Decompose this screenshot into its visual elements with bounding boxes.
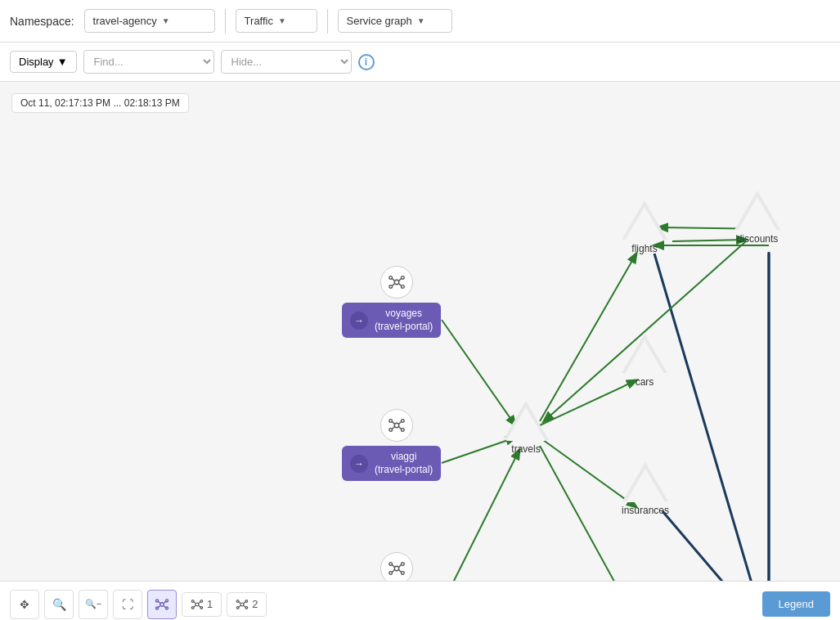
- svg-point-43: [160, 602, 164, 606]
- hub-icon-viaggi[interactable]: [380, 409, 413, 442]
- svg-point-27: [402, 420, 405, 423]
- second-bar: Display ▼ Find... Hide... i: [0, 43, 840, 82]
- find-select[interactable]: Find...: [83, 50, 214, 74]
- svg-point-53: [191, 600, 194, 602]
- separator-1: [225, 9, 226, 34]
- graph-area: Oct 11, 02:17:13 PM ... 02:18:13 PM: [0, 82, 840, 581]
- hub-icon-voyages[interactable]: [380, 266, 413, 299]
- service-graph-dropdown[interactable]: Service graph ▼: [338, 9, 452, 33]
- graph-layout-btn[interactable]: [147, 590, 177, 619]
- portal-node-viaggi[interactable]: → viaggi(travel-portal): [342, 446, 441, 481]
- svg-line-10: [654, 254, 761, 581]
- svg-point-45: [166, 600, 168, 602]
- move-tool-btn[interactable]: ✥: [10, 590, 39, 619]
- separator-2: [327, 9, 328, 34]
- svg-point-54: [200, 600, 203, 602]
- svg-line-31: [399, 421, 402, 424]
- viaggi-label: viaggi(travel-portal): [375, 451, 433, 476]
- svg-point-16: [394, 280, 399, 285]
- flights-triangle: [622, 200, 667, 240]
- svg-line-41: [393, 570, 395, 573]
- svg-line-42: [399, 570, 402, 573]
- service-graph-arrow-icon: ▼: [417, 16, 425, 25]
- triangle-node-cars[interactable]: cars: [622, 334, 667, 388]
- hide-select[interactable]: Hide...: [221, 50, 352, 74]
- bottom-toolbar: ✥ 🔍 🔍− ⛶: [0, 581, 840, 620]
- svg-line-51: [164, 605, 165, 607]
- triangle-node-travels[interactable]: travels: [503, 401, 549, 455]
- svg-point-26: [389, 420, 393, 423]
- discounts-triangle: [734, 191, 780, 230]
- cars-triangle: [622, 334, 667, 373]
- svg-point-46: [156, 607, 159, 609]
- svg-point-65: [245, 606, 248, 609]
- info-icon[interactable]: i: [358, 54, 375, 70]
- namespace-label: Namespace:: [10, 15, 74, 28]
- svg-point-28: [389, 429, 393, 432]
- svg-point-44: [156, 600, 159, 602]
- node1-btn[interactable]: 1: [182, 592, 222, 617]
- travels-triangle: [503, 401, 549, 440]
- svg-line-14: [544, 241, 746, 421]
- svg-line-11: [663, 511, 757, 581]
- traffic-label: Traffic: [245, 15, 273, 27]
- fit-view-btn[interactable]: ⛶: [113, 590, 142, 619]
- svg-line-40: [399, 564, 402, 567]
- svg-line-48: [159, 601, 160, 603]
- triangle-node-insurances[interactable]: insurances: [622, 462, 669, 516]
- svg-line-68: [239, 605, 240, 607]
- namespace-value: travel-agency: [93, 15, 157, 27]
- node2-btn[interactable]: 2: [227, 592, 267, 617]
- svg-line-21: [393, 278, 395, 281]
- top-bar: Namespace: travel-agency ▼ Traffic ▼ Ser…: [0, 0, 840, 43]
- graph-layout-icon: [155, 597, 169, 612]
- timestamp-badge: Oct 11, 02:17:13 PM ... 02:18:13 PM: [11, 93, 189, 113]
- legend-btn[interactable]: Legend: [762, 591, 830, 617]
- zoom-out-icon: 🔍−: [85, 599, 101, 609]
- triangle-node-discounts[interactable]: discounts: [734, 191, 780, 245]
- svg-line-22: [399, 278, 402, 281]
- svg-line-50: [159, 605, 160, 607]
- triangle-node-flights[interactable]: flights: [622, 200, 667, 254]
- svg-point-38: [402, 572, 405, 575]
- traffic-dropdown[interactable]: Traffic ▼: [236, 9, 317, 33]
- svg-point-61: [240, 603, 244, 606]
- svg-line-33: [399, 427, 402, 429]
- node2-label: 2: [252, 598, 258, 610]
- zoom-in-btn[interactable]: 🔍: [44, 590, 74, 619]
- svg-point-17: [389, 276, 393, 280]
- namespace-dropdown[interactable]: travel-agency ▼: [84, 9, 215, 33]
- svg-line-24: [399, 284, 402, 286]
- insurances-triangle-label: insurances: [622, 505, 669, 516]
- svg-line-66: [239, 601, 240, 603]
- display-dropdown[interactable]: Display ▼: [10, 51, 77, 73]
- svg-point-62: [237, 600, 240, 602]
- svg-point-36: [402, 563, 405, 566]
- svg-point-19: [389, 285, 393, 289]
- svg-point-47: [166, 607, 168, 609]
- svg-point-20: [402, 285, 405, 289]
- fit-view-icon: ⛶: [122, 598, 133, 611]
- node1-icon: [191, 598, 204, 611]
- svg-line-69: [244, 605, 245, 607]
- display-arrow-icon: ▼: [57, 56, 68, 68]
- flights-triangle-label: flights: [631, 243, 657, 254]
- svg-point-37: [389, 572, 393, 575]
- svg-point-35: [389, 563, 393, 566]
- svg-line-67: [244, 601, 245, 603]
- travels-triangle-label: travels: [511, 443, 540, 455]
- svg-point-52: [195, 603, 199, 606]
- zoom-out-btn[interactable]: 🔍−: [79, 590, 108, 619]
- move-icon: ✥: [20, 598, 29, 611]
- svg-line-60: [199, 605, 200, 607]
- portal-node-voyages[interactable]: → voyages(travel-portal): [342, 303, 441, 338]
- node2-icon: [236, 598, 249, 611]
- voyages-arrow-icon: →: [350, 312, 368, 330]
- svg-point-34: [394, 566, 399, 571]
- svg-line-49: [164, 601, 165, 603]
- namespace-arrow-icon: ▼: [162, 16, 170, 25]
- svg-point-29: [402, 429, 405, 432]
- hub-icon-travels-portal[interactable]: [380, 552, 413, 581]
- viaggi-arrow-icon: →: [350, 455, 368, 473]
- svg-line-30: [393, 421, 395, 424]
